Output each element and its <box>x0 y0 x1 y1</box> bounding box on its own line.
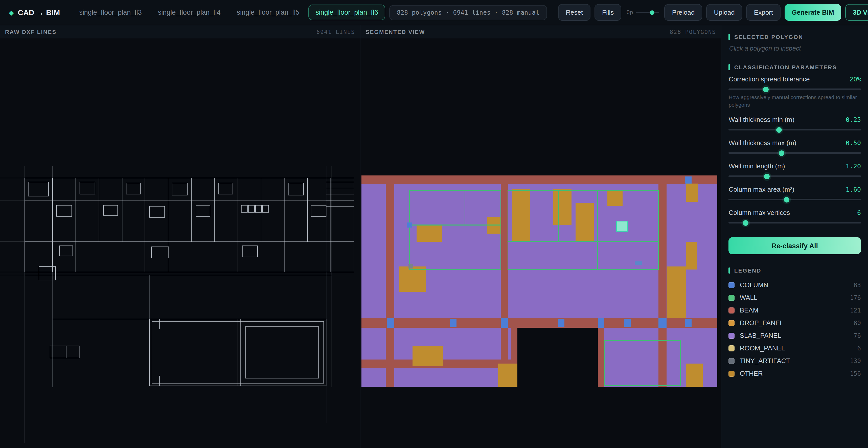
legend-swatch <box>729 371 735 377</box>
segmented-header: SEGMENTED VIEW 828 POLYGONS <box>361 25 721 38</box>
tab-floor-fl5[interactable]: single_floor_plan_fl5 <box>230 5 307 20</box>
legend-swatch <box>729 307 735 313</box>
slider-correction-spread[interactable] <box>729 88 861 90</box>
param-value: 0.50 <box>846 139 861 147</box>
generate-bim-button[interactable]: Generate BIM <box>784 4 841 21</box>
legend-item-other[interactable]: OTHER 156 <box>729 367 861 380</box>
segmented-drawing <box>361 38 721 448</box>
param-label: Column max area (m²) <box>729 186 795 193</box>
param-label: Wall thickness max (m) <box>729 139 797 147</box>
param-help-text: How aggressively manual corrections spre… <box>729 94 861 109</box>
slider-thumb[interactable] <box>776 127 782 133</box>
raw-dxf-drawing <box>0 38 360 448</box>
param-label: Column max vertices <box>729 209 790 217</box>
axis-lines-layer <box>0 166 354 443</box>
fill-opacity-slider[interactable] <box>636 12 659 13</box>
section-accent-bar <box>729 64 730 70</box>
param-value: 1.60 <box>846 186 861 193</box>
fills-button[interactable]: Fills <box>594 4 621 21</box>
panel-title: SEGMENTED VIEW <box>366 29 425 35</box>
tab-floor-fl4[interactable]: single_floor_plan_fl4 <box>151 5 228 20</box>
top-bar: ◆ CAD → BIM single_floor_plan_fl3 single… <box>0 0 868 25</box>
legend-swatch <box>729 282 735 288</box>
main-area: RAW DXF LINES 6941 LINES <box>0 25 868 448</box>
legend-item-drop-panel[interactable]: DROP_PANEL 80 <box>729 317 861 329</box>
segmented-panel: SEGMENTED VIEW 828 POLYGONS <box>361 25 721 448</box>
panel-title: RAW DXF LINES <box>5 29 57 35</box>
panel-meta: 828 POLYGONS <box>670 29 716 35</box>
legend-swatch <box>729 358 735 364</box>
param-column-max-vertices: Column max vertices 6 <box>729 209 861 224</box>
legend-swatch <box>729 320 735 326</box>
diamond-icon: ◆ <box>9 9 14 16</box>
slider-wall-thickness-max[interactable] <box>729 152 861 154</box>
section-accent-bar <box>729 268 730 274</box>
app-root: ◆ CAD → BIM single_floor_plan_fl3 single… <box>0 0 868 448</box>
section-accent-bar <box>729 34 730 40</box>
param-wall-min-length: Wall min length (m) 1.20 <box>729 162 861 177</box>
slider-thumb[interactable] <box>743 220 749 226</box>
legend-item-column[interactable]: COLUMN 83 <box>729 279 861 292</box>
slider-wall-thickness-min[interactable] <box>729 129 861 131</box>
raw-dxf-header: RAW DXF LINES 6941 LINES <box>0 25 360 38</box>
reclassify-all-button[interactable]: Re-classify All <box>729 237 861 255</box>
slider-column-max-area[interactable] <box>729 199 861 201</box>
param-value: 6 <box>857 209 861 217</box>
param-correction-spread: Correction spread tolerance 20% How aggr… <box>729 76 861 109</box>
tab-floor-fl3[interactable]: single_floor_plan_fl3 <box>72 5 149 20</box>
param-wall-thickness-min: Wall thickness min (m) 0.25 <box>729 116 861 131</box>
param-value: 0.25 <box>846 116 861 124</box>
legend-swatch <box>729 333 735 339</box>
param-wall-thickness-max: Wall thickness max (m) 0.50 <box>729 139 861 154</box>
tab-floor-fl6[interactable]: single_floor_plan_fl6 <box>308 5 385 20</box>
preload-button[interactable]: Preload <box>664 4 703 21</box>
status-pill: 828 polygons · 6941 lines · 828 manual <box>389 5 547 20</box>
param-label: Correction spread tolerance <box>729 76 810 83</box>
app-logo: ◆ CAD → BIM <box>9 8 60 17</box>
param-column-max-area: Column max area (m²) 1.60 <box>729 186 861 201</box>
param-label: Wall min length (m) <box>729 162 785 170</box>
legend-swatch <box>729 345 735 351</box>
legend-swatch <box>729 295 735 301</box>
classification-params-section-title: CLASSIFICATION PARAMETERS <box>729 64 861 70</box>
opacity-label: 0p <box>626 9 633 16</box>
panel-meta: 6941 LINES <box>316 29 355 35</box>
highlighted-polygon[interactable] <box>617 221 628 231</box>
app-title: CAD → BIM <box>18 8 60 17</box>
export-button[interactable]: Export <box>746 4 780 21</box>
viewer-3d-button[interactable]: 3D Viewer → <box>845 4 868 21</box>
tiny-artifact[interactable] <box>408 264 413 268</box>
legend-item-room-panel[interactable]: ROOM_PANEL 6 <box>729 342 861 355</box>
legend-item-tiny-artifact[interactable]: TINY_ARTIFACT 130 <box>729 355 861 367</box>
slider-thumb[interactable] <box>779 150 784 156</box>
upload-button[interactable]: Upload <box>706 4 742 21</box>
param-value: 20% <box>849 76 861 83</box>
legend-item-beam[interactable]: BEAM 121 <box>729 304 861 317</box>
slider-wall-min-length[interactable] <box>729 176 861 177</box>
segmented-canvas[interactable] <box>361 38 721 448</box>
void-notch <box>518 328 598 387</box>
raw-dxf-panel: RAW DXF LINES 6941 LINES <box>0 25 361 448</box>
raw-dxf-canvas[interactable] <box>0 38 360 448</box>
floor-plan-layer <box>25 178 354 386</box>
stair-rungs <box>326 182 354 206</box>
param-value: 1.20 <box>846 162 861 170</box>
slider-column-max-vertices[interactable] <box>729 222 861 224</box>
selected-polygon-section-title: SELECTED POLYGON <box>729 34 861 40</box>
param-label: Wall thickness min (m) <box>729 116 795 124</box>
reset-button[interactable]: Reset <box>558 4 590 21</box>
slider-thumb[interactable] <box>784 197 789 203</box>
toolbar: Reset Fills 0p Preload Upload Export Gen… <box>558 4 868 21</box>
floor-tabs: single_floor_plan_fl3 single_floor_plan_… <box>72 5 385 20</box>
slider-thumb[interactable] <box>764 174 770 179</box>
legend-item-slab-panel[interactable]: SLAB_PANEL 76 <box>729 329 861 342</box>
legend-item-wall[interactable]: WALL 176 <box>729 292 861 304</box>
fill-opacity-group: 0p <box>625 9 660 16</box>
sidebar: SELECTED POLYGON Click a polygon to insp… <box>722 25 868 448</box>
slider-thumb[interactable] <box>763 86 768 92</box>
selected-polygon-hint: Click a polygon to inspect <box>729 45 861 52</box>
legend-section-title: LEGEND <box>729 268 861 274</box>
slider-thumb[interactable] <box>650 10 654 15</box>
